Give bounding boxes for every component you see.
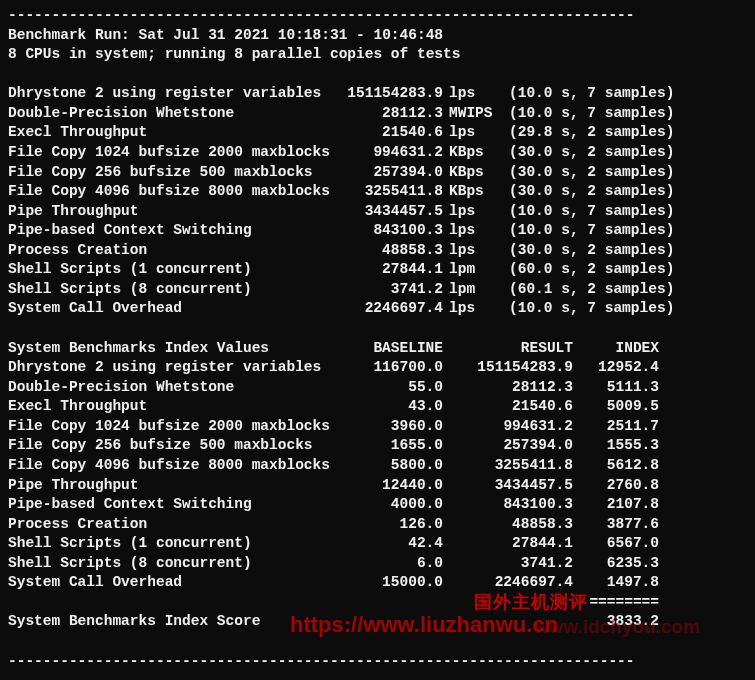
test-name: Dhrystone 2 using register variables — [8, 84, 333, 104]
divider-top: ----------------------------------------… — [8, 6, 747, 26]
index-header-baseline: BASELINE — [343, 339, 443, 359]
test-value: 843100.3 — [333, 221, 443, 241]
test-row: Shell Scripts (1 concurrent)27844.1lpm(6… — [8, 260, 747, 280]
index-name: File Copy 1024 bufsize 2000 maxblocks — [8, 417, 343, 437]
index-index: 3877.6 — [573, 515, 659, 535]
test-unit: lps — [443, 123, 499, 143]
score-label: System Benchmarks Index Score — [8, 612, 343, 632]
index-name: Pipe Throughput — [8, 476, 343, 496]
index-baseline: 116700.0 — [343, 358, 443, 378]
index-result: 48858.3 — [443, 515, 573, 535]
test-name: Shell Scripts (1 concurrent) — [8, 260, 333, 280]
test-row: File Copy 256 bufsize 500 maxblocks25739… — [8, 163, 747, 183]
index-block: Dhrystone 2 using register variables1167… — [8, 358, 747, 593]
test-row: System Call Overhead2246697.4lps(10.0 s,… — [8, 299, 747, 319]
index-baseline: 1655.0 — [343, 436, 443, 456]
index-index: 1555.3 — [573, 436, 659, 456]
index-row: Shell Scripts (8 concurrent)6.03741.2623… — [8, 554, 747, 574]
test-detail: (10.0 s, 7 samples) — [499, 104, 747, 124]
test-detail: (30.0 s, 2 samples) — [499, 241, 747, 261]
test-unit: lps — [443, 202, 499, 222]
benchmark-run-line: Benchmark Run: Sat Jul 31 2021 10:18:31 … — [8, 26, 747, 46]
test-value: 21540.6 — [333, 123, 443, 143]
index-baseline: 6.0 — [343, 554, 443, 574]
index-baseline: 15000.0 — [343, 573, 443, 593]
test-row: Shell Scripts (8 concurrent)3741.2lpm(60… — [8, 280, 747, 300]
index-result: 257394.0 — [443, 436, 573, 456]
test-name: File Copy 256 bufsize 500 maxblocks — [8, 163, 333, 183]
index-name: Shell Scripts (8 concurrent) — [8, 554, 343, 574]
index-result: 151154283.9 — [443, 358, 573, 378]
index-index: 2107.8 — [573, 495, 659, 515]
index-row: File Copy 1024 bufsize 2000 maxblocks396… — [8, 417, 747, 437]
score-row: System Benchmarks Index Score 3833.2 — [8, 612, 747, 632]
test-unit: MWIPS — [443, 104, 499, 124]
test-value: 3741.2 — [333, 280, 443, 300]
index-name: Process Creation — [8, 515, 343, 535]
test-detail: (60.1 s, 2 samples) — [499, 280, 747, 300]
index-index: 2511.7 — [573, 417, 659, 437]
index-name: Execl Throughput — [8, 397, 343, 417]
test-value: 48858.3 — [333, 241, 443, 261]
index-baseline: 55.0 — [343, 378, 443, 398]
test-row: Pipe-based Context Switching843100.3lps(… — [8, 221, 747, 241]
index-name: System Call Overhead — [8, 573, 343, 593]
test-value: 257394.0 — [333, 163, 443, 183]
test-name: Pipe Throughput — [8, 202, 333, 222]
index-baseline: 12440.0 — [343, 476, 443, 496]
test-detail: (30.0 s, 2 samples) — [499, 143, 747, 163]
test-value: 27844.1 — [333, 260, 443, 280]
blank-line — [8, 319, 747, 339]
test-name: File Copy 4096 bufsize 8000 maxblocks — [8, 182, 333, 202]
score-underline-row: ======== — [8, 593, 747, 613]
test-row: File Copy 4096 bufsize 8000 maxblocks325… — [8, 182, 747, 202]
test-name: Shell Scripts (8 concurrent) — [8, 280, 333, 300]
index-index: 2760.8 — [573, 476, 659, 496]
index-baseline: 42.4 — [343, 534, 443, 554]
index-result: 27844.1 — [443, 534, 573, 554]
index-result: 2246697.4 — [443, 573, 573, 593]
index-index: 1497.8 — [573, 573, 659, 593]
blank-line — [8, 671, 747, 680]
index-index: 6567.0 — [573, 534, 659, 554]
index-baseline: 126.0 — [343, 515, 443, 535]
index-header-index: INDEX — [573, 339, 659, 359]
test-unit: lps — [443, 241, 499, 261]
test-detail: (30.0 s, 2 samples) — [499, 182, 747, 202]
test-detail: (10.0 s, 7 samples) — [499, 221, 747, 241]
index-header-result: RESULT — [443, 339, 573, 359]
test-name: Double-Precision Whetstone — [8, 104, 333, 124]
test-value: 3434457.5 — [333, 202, 443, 222]
index-index: 5612.8 — [573, 456, 659, 476]
index-name: Shell Scripts (1 concurrent) — [8, 534, 343, 554]
index-result: 843100.3 — [443, 495, 573, 515]
test-value: 28112.3 — [333, 104, 443, 124]
index-name: Dhrystone 2 using register variables — [8, 358, 343, 378]
test-name: System Call Overhead — [8, 299, 333, 319]
test-unit: lps — [443, 299, 499, 319]
index-result: 3255411.8 — [443, 456, 573, 476]
test-name: File Copy 1024 bufsize 2000 maxblocks — [8, 143, 333, 163]
test-row: Double-Precision Whetstone28112.3MWIPS(1… — [8, 104, 747, 124]
index-result: 21540.6 — [443, 397, 573, 417]
index-baseline: 43.0 — [343, 397, 443, 417]
divider-bottom: ----------------------------------------… — [8, 652, 747, 672]
test-row: Execl Throughput21540.6lps(29.8 s, 2 sam… — [8, 123, 747, 143]
test-unit: KBps — [443, 163, 499, 183]
test-name: Pipe-based Context Switching — [8, 221, 333, 241]
index-result: 3434457.5 — [443, 476, 573, 496]
index-row: Process Creation126.048858.33877.6 — [8, 515, 747, 535]
test-unit: KBps — [443, 182, 499, 202]
index-row: System Call Overhead15000.02246697.41497… — [8, 573, 747, 593]
test-value: 994631.2 — [333, 143, 443, 163]
test-detail: (30.0 s, 2 samples) — [499, 163, 747, 183]
test-detail: (10.0 s, 7 samples) — [499, 202, 747, 222]
index-index: 6235.3 — [573, 554, 659, 574]
test-unit: lps — [443, 84, 499, 104]
index-row: Shell Scripts (1 concurrent)42.427844.16… — [8, 534, 747, 554]
score-underline: ======== — [573, 593, 659, 613]
test-detail: (29.8 s, 2 samples) — [499, 123, 747, 143]
index-index: 12952.4 — [573, 358, 659, 378]
tests-block: Dhrystone 2 using register variables1511… — [8, 84, 747, 319]
index-row: File Copy 256 bufsize 500 maxblocks1655.… — [8, 436, 747, 456]
